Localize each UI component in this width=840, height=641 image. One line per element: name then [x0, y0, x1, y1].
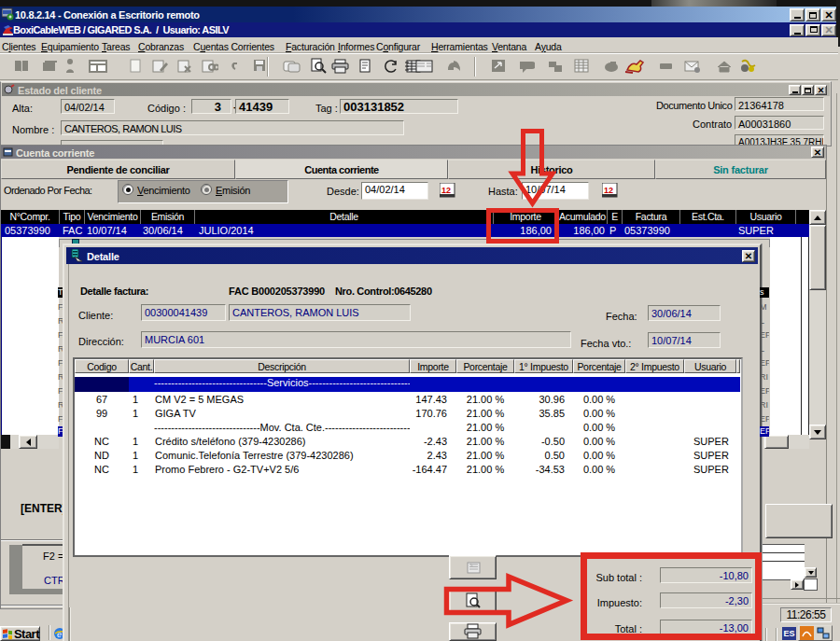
svg-text:12: 12 — [441, 186, 451, 195]
svg-text:12: 12 — [604, 186, 613, 195]
svg-text:e: e — [57, 630, 62, 639]
